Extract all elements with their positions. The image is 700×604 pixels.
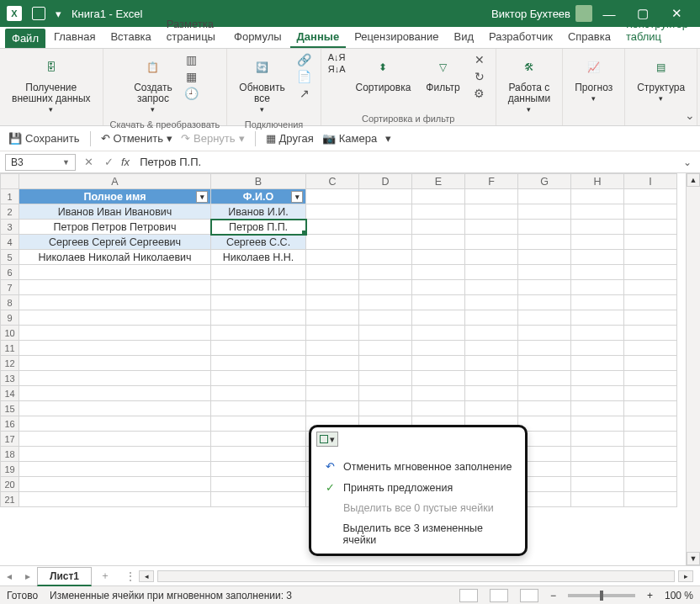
row-header[interactable]: 20	[1, 477, 19, 492]
recent-sources-icon[interactable]: 🕘	[183, 86, 201, 101]
cell[interactable]	[571, 204, 624, 220]
cell[interactable]	[518, 326, 571, 341]
cell[interactable]	[465, 189, 518, 204]
cell[interactable]	[571, 401, 624, 416]
row-header[interactable]: 1	[1, 189, 19, 204]
cell[interactable]	[465, 265, 518, 280]
row-header[interactable]: 4	[1, 235, 19, 250]
properties-icon[interactable]: 📄	[295, 69, 314, 84]
cell[interactable]	[19, 341, 211, 356]
zoom-slider[interactable]	[568, 594, 635, 597]
cell[interactable]	[624, 447, 677, 462]
zoom-out-icon[interactable]: −	[550, 590, 556, 601]
cell[interactable]	[571, 265, 624, 280]
cell[interactable]	[19, 356, 211, 371]
cell[interactable]	[518, 341, 571, 356]
forecast-button[interactable]: 📈 Прогноз ▾	[570, 52, 618, 107]
cell[interactable]	[412, 341, 465, 356]
advanced-icon[interactable]: ⚙	[470, 86, 489, 101]
cell[interactable]	[359, 265, 412, 280]
cell[interactable]	[19, 492, 211, 507]
cell[interactable]	[624, 401, 677, 416]
cell[interactable]	[359, 204, 412, 220]
tab-data[interactable]: Данные	[290, 27, 347, 48]
cell[interactable]	[359, 250, 412, 265]
tab-view[interactable]: Вид	[448, 27, 481, 48]
from-table-icon[interactable]: ▦	[183, 69, 201, 84]
cell[interactable]	[211, 432, 306, 447]
cell[interactable]	[19, 295, 211, 310]
cell[interactable]	[359, 341, 412, 356]
cell[interactable]	[518, 265, 571, 280]
cell[interactable]	[359, 401, 412, 416]
scroll-up-icon[interactable]: ▲	[687, 173, 700, 187]
smarttag-accept[interactable]: ✓ Принять предложения	[311, 477, 525, 498]
enter-formula-icon[interactable]: ✓	[101, 156, 116, 168]
cell[interactable]	[306, 235, 359, 250]
save-icon[interactable]	[32, 7, 45, 20]
row-header[interactable]: 11	[1, 341, 19, 356]
column-header[interactable]: D	[359, 174, 412, 189]
sheet-nav-prev[interactable]: ◂	[0, 570, 19, 582]
cell[interactable]	[359, 356, 412, 371]
cell[interactable]	[624, 341, 677, 356]
cell[interactable]	[571, 432, 624, 447]
cell[interactable]	[19, 401, 211, 416]
row-header[interactable]: 14	[1, 386, 19, 401]
cell[interactable]: Сергеев С.С.	[211, 235, 306, 250]
cell[interactable]	[412, 295, 465, 310]
cell[interactable]: Николаев Николай Николаевич	[19, 250, 211, 265]
add-sheet-button[interactable]: ＋	[92, 569, 119, 583]
cell[interactable]	[465, 371, 518, 386]
cell[interactable]	[412, 235, 465, 250]
cell[interactable]	[465, 326, 518, 341]
vertical-scrollbar[interactable]: ▲ ▼	[686, 173, 700, 565]
cell[interactable]	[211, 265, 306, 280]
column-header[interactable]: G	[518, 174, 571, 189]
row-header[interactable]: 9	[1, 310, 19, 326]
fx-icon[interactable]: fx	[121, 156, 130, 168]
cell[interactable]	[518, 401, 571, 416]
cell[interactable]	[518, 371, 571, 386]
cell[interactable]	[306, 356, 359, 371]
cell[interactable]	[571, 295, 624, 310]
tab-table-design[interactable]: Конструктор таблиц	[619, 14, 695, 48]
row-header[interactable]: 3	[1, 220, 19, 235]
cell[interactable]	[624, 310, 677, 326]
cell[interactable]	[518, 220, 571, 235]
cell[interactable]	[306, 295, 359, 310]
sort-asc-button[interactable]: А↓Я	[328, 52, 346, 62]
cell[interactable]	[624, 295, 677, 310]
cell[interactable]	[518, 310, 571, 326]
cell[interactable]	[306, 310, 359, 326]
cell[interactable]	[518, 386, 571, 401]
cell[interactable]	[624, 371, 677, 386]
cell[interactable]	[306, 265, 359, 280]
view-layout-icon[interactable]	[490, 589, 508, 602]
tab-file[interactable]: Файл	[5, 29, 45, 48]
cell[interactable]	[465, 356, 518, 371]
cell[interactable]	[412, 220, 465, 235]
cell[interactable]	[571, 220, 624, 235]
cell[interactable]	[211, 371, 306, 386]
cell[interactable]	[518, 189, 571, 204]
chevron-down-icon[interactable]: ▼	[62, 158, 70, 167]
cell[interactable]: Иванов Иван Иванович	[19, 204, 211, 220]
tab-insert[interactable]: Вставка	[103, 27, 157, 48]
scroll-right-icon[interactable]: ▸	[678, 570, 693, 582]
row-header[interactable]: 18	[1, 447, 19, 462]
cell[interactable]	[571, 341, 624, 356]
cell[interactable]	[571, 386, 624, 401]
cell[interactable]	[571, 416, 624, 432]
cell[interactable]	[518, 204, 571, 220]
cell[interactable]	[412, 386, 465, 401]
cell[interactable]	[211, 326, 306, 341]
cell[interactable]	[624, 204, 677, 220]
row-header[interactable]: 7	[1, 280, 19, 295]
cell[interactable]	[624, 326, 677, 341]
filter-button[interactable]: ▽ Фильтр	[421, 52, 464, 97]
clear-filter-icon[interactable]: ✕	[470, 52, 489, 67]
cell[interactable]	[624, 250, 677, 265]
cell[interactable]	[306, 371, 359, 386]
tab-formulas[interactable]: Формулы	[227, 27, 289, 48]
